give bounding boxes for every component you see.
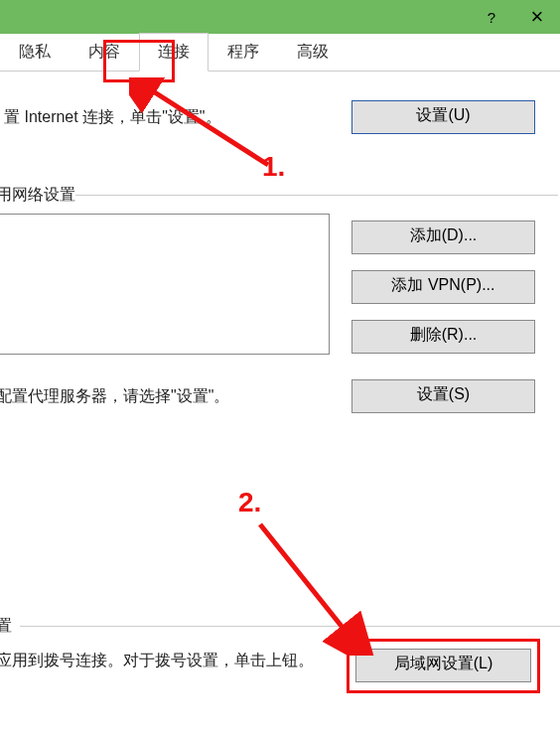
section-divider <box>62 195 558 196</box>
annotation-number-1: 1. <box>262 151 285 183</box>
add-button[interactable]: 添加(D)... <box>351 221 535 254</box>
close-icon: × <box>531 4 544 30</box>
section-divider <box>20 626 560 627</box>
lan-section-title: 置 <box>0 616 12 637</box>
help-button[interactable]: ? <box>469 0 514 34</box>
tab-programs[interactable]: 程序 <box>209 33 278 72</box>
annotation-arrow-2 <box>248 516 387 656</box>
tab-advanced[interactable]: 高级 <box>278 33 348 72</box>
tab-strip: 隐私 内容 连接 程序 高级 <box>0 34 560 72</box>
setup-button[interactable]: 设置(U) <box>351 100 535 134</box>
add-vpn-button[interactable]: 添加 VPN(P)... <box>351 270 535 304</box>
lan-settings-button[interactable]: 局域网设置(L) <box>355 649 531 682</box>
connection-setup-text: 置 Internet 连接，单击"设置"。 <box>4 107 221 128</box>
svg-line-1 <box>260 524 348 634</box>
close-button[interactable]: × <box>514 0 560 34</box>
proxy-config-text: 配置代理服务器，请选择"设置"。 <box>0 386 229 407</box>
help-icon: ? <box>488 9 495 26</box>
window-titlebar: ? × <box>0 0 560 34</box>
tab-connections[interactable]: 连接 <box>139 33 209 72</box>
annotation-number-2: 2. <box>238 487 261 518</box>
tab-privacy[interactable]: 隐私 <box>0 33 70 72</box>
delete-button[interactable]: 删除(R)... <box>351 320 535 354</box>
tab-content[interactable]: 内容 <box>70 33 139 72</box>
connections-listbox[interactable] <box>0 214 330 355</box>
settings-button[interactable]: 设置(S) <box>351 379 535 413</box>
lan-description-text: 应用到拨号连接。对于拨号设置，单击上钮。 <box>0 649 326 672</box>
dialup-section-title: 用网络设置 <box>0 185 75 206</box>
